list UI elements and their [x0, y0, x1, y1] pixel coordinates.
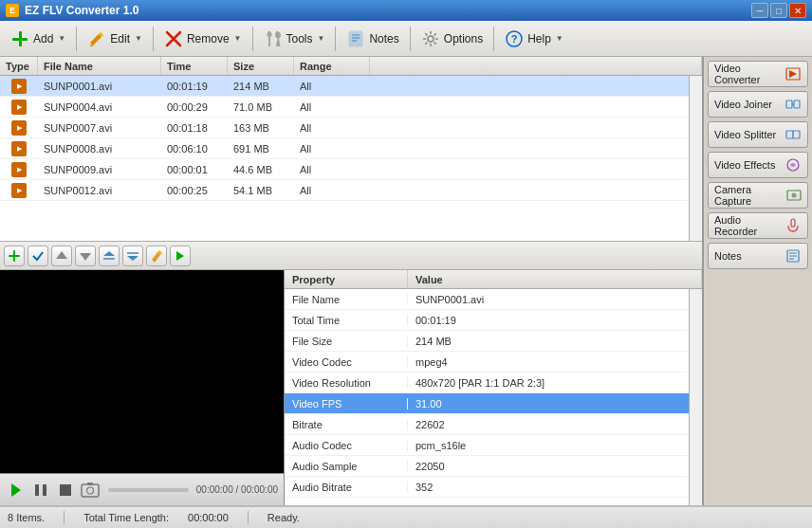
move-down-button[interactable] — [75, 246, 96, 266]
prop-value-cell: pcm_s16le — [408, 440, 702, 451]
properties-scroll[interactable]: File NameSUNP0001.aviTotal Time00:01:19F… — [285, 289, 702, 505]
file-list-scroll[interactable]: ▶SUNP0001.avi00:01:19214 MBAll▶SUNP0004.… — [0, 76, 702, 242]
prop-value-cell: SUNP0001.avi — [408, 294, 702, 305]
notes-button[interactable]: Notes — [340, 25, 405, 53]
prop-value-cell: 480x720 [PAR 1:1 DAR 2:3] — [408, 377, 702, 389]
video-progress-bar[interactable] — [108, 488, 189, 492]
right-panel-button-video-joiner[interactable]: Video Joiner — [708, 91, 808, 118]
prop-row[interactable]: Bitrate22602 — [285, 414, 702, 435]
move-bottom-button[interactable] — [122, 246, 143, 266]
prop-row[interactable]: Audio Codecpcm_s16le — [285, 435, 702, 456]
file-toolbar — [0, 242, 702, 270]
options-icon — [421, 29, 440, 48]
maximize-button[interactable]: □ — [770, 3, 787, 18]
prop-name-cell: Total Time — [285, 315, 408, 326]
properties-header: Property Value — [285, 270, 702, 289]
main-toolbar: Add ▼ Edit ▼ Remove ▼ Tools ▼ Notes — [0, 21, 812, 57]
prop-row[interactable]: File Size214 MB — [285, 331, 702, 352]
prop-row[interactable]: Audio Sample22050 — [285, 456, 702, 477]
remove-button[interactable]: Remove ▼ — [157, 25, 249, 53]
prop-row[interactable]: Audio Bitrate352 — [285, 477, 702, 498]
table-row[interactable]: ▶SUNP0004.avi00:00:2971.0 MBAll — [0, 97, 702, 118]
play-button[interactable] — [6, 480, 27, 501]
options-button[interactable]: Options — [415, 25, 489, 53]
svg-rect-30 — [786, 100, 792, 108]
table-row[interactable]: ▶SUNP0001.avi00:01:19214 MBAll — [0, 76, 702, 97]
file-range-cell: All — [294, 81, 370, 92]
prop-scrollbar[interactable] — [689, 289, 702, 505]
svg-point-9 — [428, 36, 434, 42]
add-file-button[interactable] — [4, 246, 25, 266]
sep4 — [335, 27, 336, 51]
tools-button[interactable]: Tools ▼ — [257, 25, 332, 53]
file-time-cell: 00:00:01 — [161, 164, 228, 175]
right-panel-button-audio-recorder[interactable]: Audio Recorder — [708, 212, 808, 239]
right-panel-button-video-splitter[interactable]: Video Splitter — [708, 121, 808, 148]
prop-value-cell: 214 MB — [408, 336, 702, 347]
file-size-cell: 54.1 MB — [228, 185, 294, 196]
options-label: Options — [444, 32, 483, 46]
table-row[interactable]: ▶SUNP0009.avi00:00:0144.6 MBAll — [0, 159, 702, 180]
right-panel-button-camera-capture[interactable]: Camera Capture — [708, 182, 808, 209]
items-count: 8 Items. — [8, 512, 45, 523]
pause-button[interactable] — [30, 480, 51, 501]
check-button[interactable] — [28, 246, 48, 266]
file-size-cell: 44.6 MB — [228, 164, 294, 175]
prop-row[interactable]: Video Codecmpeg4 — [285, 352, 702, 373]
svg-rect-13 — [13, 250, 15, 262]
prop-name-cell: Audio Codec — [285, 440, 408, 451]
svg-marker-15 — [80, 253, 91, 261]
prop-name-cell: File Name — [285, 294, 408, 305]
snapshot-button[interactable] — [80, 480, 101, 501]
file-name-cell: SUNP0001.avi — [38, 81, 161, 92]
move-top-button[interactable] — [99, 246, 120, 266]
prop-row[interactable]: Video FPS31.00 — [285, 393, 702, 414]
right-panel-button-video-effects[interactable]: Video Effects — [708, 152, 808, 178]
help-dropdown-arrow: ▼ — [556, 34, 563, 43]
prop-row[interactable]: Video Resolution480x720 [PAR 1:1 DAR 2:3… — [285, 373, 702, 393]
total-time-label: Total Time Length: — [83, 512, 169, 523]
move-up-button[interactable] — [51, 246, 72, 266]
svg-text:?: ? — [511, 33, 518, 45]
file-list-container: Type File Name Time Size Range ▶SUNP0001… — [0, 57, 702, 242]
sep5 — [410, 27, 411, 51]
table-row[interactable]: ▶SUNP0008.avi00:06:10691 MBAll — [0, 138, 702, 159]
right-btn-label: Video Splitter — [714, 129, 776, 140]
file-time-cell: 00:01:19 — [161, 81, 228, 92]
file-range-cell: All — [294, 185, 370, 196]
sep3 — [252, 27, 253, 51]
right-panel-button-video-converter[interactable]: Video Converter — [708, 61, 808, 87]
edit-file-button[interactable] — [146, 246, 167, 266]
minimize-button[interactable]: ─ — [751, 3, 768, 18]
add-button[interactable]: Add ▼ — [4, 25, 72, 53]
edit-icon — [87, 29, 106, 48]
total-time-value: 00:00:00 — [188, 512, 229, 523]
right-btn-label: Audio Recorder — [714, 214, 784, 237]
prop-row[interactable]: Total Time00:01:19 — [285, 310, 702, 331]
file-name-cell: SUNP0008.avi — [38, 143, 161, 155]
stop-button[interactable] — [55, 480, 76, 501]
file-list-scrollbar[interactable] — [689, 76, 702, 242]
edit-button[interactable]: Edit ▼ — [81, 25, 149, 53]
video-controls: 00:00:00 / 00:00:00 — [0, 473, 284, 505]
prop-row[interactable]: File NameSUNP0001.avi — [285, 289, 702, 310]
status-sep1 — [64, 511, 65, 524]
svg-marker-18 — [127, 256, 138, 261]
table-row[interactable]: ▶SUNP0007.avi00:01:18163 MBAll — [0, 118, 702, 138]
right-btn-icon — [784, 217, 802, 234]
prop-value-cell: 00:01:19 — [408, 315, 702, 326]
app-icon: E — [6, 4, 19, 17]
right-panel-button-notes[interactable]: Notes — [708, 243, 808, 269]
play-file-button[interactable] — [170, 246, 191, 266]
table-row[interactable]: ▶SUNP0012.avi00:00:2554.1 MBAll — [0, 180, 702, 201]
prop-value-cell: 22050 — [408, 461, 702, 472]
add-icon — [10, 29, 29, 48]
prop-value-cell: 31.00 — [408, 398, 702, 410]
prop-value-cell: 22602 — [408, 419, 702, 430]
header-range: Range — [294, 57, 370, 75]
file-name-cell: SUNP0004.avi — [38, 101, 161, 113]
close-button[interactable]: ✕ — [789, 3, 806, 18]
help-button[interactable]: ? Help ▼ — [498, 25, 570, 53]
title-bar: E EZ FLV Converter 1.0 ─ □ ✕ — [0, 0, 812, 21]
sep2 — [153, 27, 154, 51]
